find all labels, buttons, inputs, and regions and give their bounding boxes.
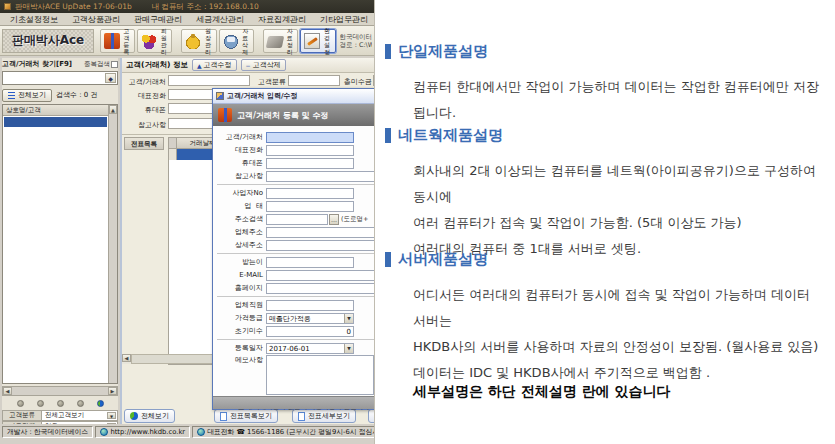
- field-label-category: 고객분류: [252, 77, 286, 87]
- list-horizontal-scrollbar[interactable]: ◀ ▶: [2, 386, 118, 396]
- label-memo: 메모사항: [213, 355, 263, 365]
- customer-edit-button[interactable]: ▲ 고객수정: [192, 59, 237, 71]
- section-bar-icon: [385, 252, 391, 267]
- customer-name-field[interactable]: [168, 75, 250, 86]
- label-regdate: 등록일자: [213, 343, 263, 353]
- staff-input[interactable]: [266, 300, 354, 311]
- scroll-up-icon[interactable]: ▲: [109, 105, 117, 114]
- scroll-left-icon[interactable]: ◀: [122, 354, 131, 362]
- label-initial: 초기미수: [213, 326, 263, 336]
- customer-category-field[interactable]: [288, 75, 340, 86]
- dialog-title-bar[interactable]: 고객/거래처 입력/수정: [213, 89, 375, 104]
- toolbar-button[interactable]: 회원 관리: [137, 29, 172, 53]
- search-icon[interactable]: ◆: [105, 73, 116, 83]
- toolbar-button[interactable]: 자료 정리: [263, 29, 298, 53]
- menu-item[interactable]: 판매구매관리: [127, 14, 189, 25]
- field-label-mobile: 휴대폰: [122, 105, 166, 115]
- view-all-records-button[interactable]: 전체보기: [124, 409, 175, 423]
- voucher-list-view-button[interactable]: 전표목록보기: [214, 409, 278, 423]
- dialog-footer-bar: [213, 396, 375, 409]
- scroll-left-icon[interactable]: ◀: [3, 387, 12, 395]
- tel-input[interactable]: [266, 145, 354, 156]
- label-addr2: 상세주소: [213, 240, 263, 250]
- customer-info-title: 고객(거래처) 정보: [126, 60, 188, 70]
- toolbar-button[interactable]: 고객 등록: [100, 29, 135, 53]
- address-search-input[interactable]: [266, 214, 328, 225]
- minus-icon: −: [246, 62, 251, 69]
- customer-search-input[interactable]: ◆: [2, 71, 118, 85]
- menu-item[interactable]: 고객상품관리: [65, 14, 127, 25]
- users-icon: [141, 33, 157, 49]
- page-icon: [220, 412, 227, 421]
- nav-first-button[interactable]: [17, 400, 24, 407]
- title-bar: 판매박사ACE UpDate 17-06-01b 내 컴퓨터 주소 : 192.…: [0, 0, 374, 13]
- detail-address-input[interactable]: [266, 240, 375, 251]
- nav-prev-button[interactable]: [37, 400, 44, 407]
- note-input[interactable]: [266, 171, 375, 182]
- computer-address: 내 컴퓨터 주소 : 192.168.0.10: [152, 2, 259, 12]
- section-title: 단일제품설명: [398, 42, 488, 61]
- menu-item[interactable]: 세금계산관리: [189, 14, 251, 25]
- section-body: 어디서든 여러대의 컴퓨터가 동시에 접속 및 작업이 가능하며 데이터 서버는…: [413, 282, 827, 386]
- memo-textarea[interactable]: [266, 355, 374, 395]
- eraser-icon: [266, 36, 285, 48]
- view-all-button[interactable]: 전체보기: [2, 89, 52, 102]
- duplicate-search-checkbox[interactable]: [111, 61, 118, 68]
- chevron-down-icon[interactable]: ▼: [344, 344, 353, 353]
- toolbar-info: 한국데이터 경로 : C:\W: [340, 33, 372, 49]
- search-count: 검색수 : 0 건: [56, 90, 98, 100]
- business-number-input[interactable]: [266, 188, 354, 199]
- initial-balance-input[interactable]: 0: [266, 326, 354, 337]
- section-bar-icon: [385, 44, 391, 59]
- category-filter-label: 고객분류: [2, 410, 42, 421]
- extended-functions-button[interactable]: 확장기능 ▼: [368, 409, 375, 423]
- window-icon: [216, 92, 224, 100]
- category-filter-select[interactable]: 전체고객보기 ▼: [42, 410, 118, 421]
- dialog-body: 고객/거래처 대표전화 휴대폰 참고사항 사업자No: [213, 126, 375, 411]
- price-grade-select[interactable]: 매출단가적용 ▼: [266, 313, 354, 324]
- app-window: 판매박사ACE UpDate 17-06-01b 내 컴퓨터 주소 : 192.…: [0, 0, 375, 444]
- address-search-button[interactable]: …: [329, 214, 339, 225]
- nav-refresh-button[interactable]: [97, 400, 104, 407]
- section-network-product: 네트웍제품설명 회사내의 2대 이상되는 컴퓨터를 네트웍(아이피공유기)으로 …: [385, 126, 827, 262]
- customer-delete-button[interactable]: − 고객삭제: [241, 59, 286, 71]
- toolbar-button[interactable]: 자료 삭제: [219, 29, 254, 53]
- customer-name-input[interactable]: [266, 132, 354, 143]
- nav-next-button[interactable]: [57, 400, 64, 407]
- company-address-input[interactable]: [266, 227, 375, 238]
- email-input[interactable]: [266, 270, 375, 281]
- menu-item[interactable]: 기초설정정보: [3, 14, 65, 25]
- address-search-hint: (도로명+: [341, 215, 368, 224]
- list-column-header: 상호명/고객: [3, 105, 117, 116]
- recipient-input[interactable]: [266, 257, 354, 268]
- label-staff: 업체직원: [213, 300, 263, 310]
- toolbar-button[interactable]: 환경 설정: [300, 29, 335, 53]
- website-status[interactable]: http://www.hkdb.co.kr: [95, 426, 190, 438]
- toolbar-button[interactable]: 원장 관리: [181, 29, 216, 53]
- selected-list-row[interactable]: [4, 117, 107, 127]
- scroll-right-icon[interactable]: ▶: [108, 387, 117, 395]
- gift-icon: [218, 108, 232, 122]
- list-icon: [8, 92, 15, 99]
- chevron-down-icon[interactable]: ▼: [344, 314, 353, 323]
- globe-icon: [197, 428, 205, 436]
- dialog-header-text: 고객/거래처 등록 및 수정: [237, 110, 328, 121]
- menu-item[interactable]: 자료집계관리: [251, 14, 313, 25]
- mobile-input[interactable]: [266, 158, 354, 169]
- business-type-input[interactable]: [266, 201, 354, 212]
- voucher-detail-view-button[interactable]: 전표세부보기: [292, 409, 356, 423]
- label-mobile: 휴대폰: [213, 158, 263, 168]
- section-body: 회사내의 2대 이상되는 컴퓨터를 네트웍(아이피공유기)으로 구성하여 동시에…: [413, 158, 827, 262]
- refresh-icon: [130, 412, 138, 420]
- list-vertical-scrollbar[interactable]: ▲: [108, 105, 117, 383]
- section-title: 서버제품설명: [398, 250, 488, 269]
- label-biztype: 업 태: [213, 201, 263, 211]
- homepage-input[interactable]: [266, 283, 375, 294]
- chevron-down-icon[interactable]: ▼: [107, 412, 116, 419]
- registration-date-select[interactable]: 2017-06-01 ▼: [266, 343, 354, 354]
- config-icon: [304, 33, 320, 49]
- field-label-note: 참고사항: [122, 120, 166, 130]
- menu-item[interactable]: 기타업무관리: [313, 14, 375, 25]
- nav-last-button[interactable]: [77, 400, 84, 407]
- field-label-tel: 대표전화: [122, 91, 166, 101]
